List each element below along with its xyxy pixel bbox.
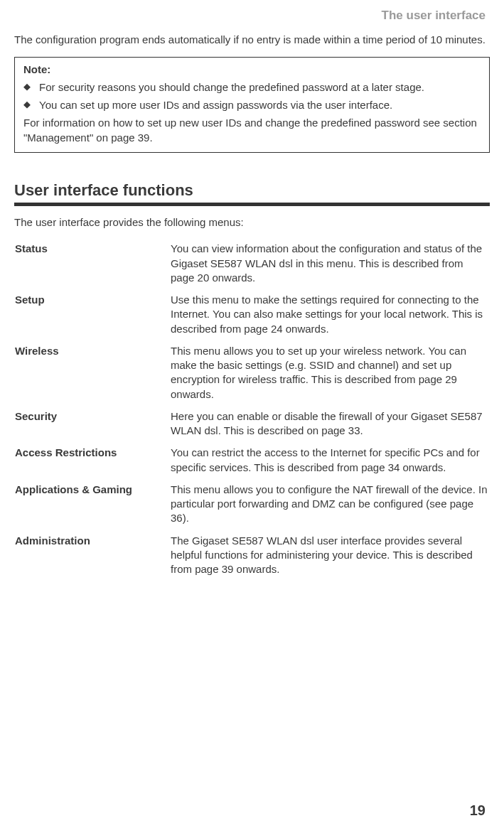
menu-description: Use this menu to make the settings requi…: [170, 292, 490, 343]
note-footer-text: For information on how to set up new use…: [23, 115, 481, 145]
section-intro-text: The user interface provides the followin…: [14, 216, 490, 228]
note-bullet-text: You can set up more user IDs and assign …: [39, 97, 392, 112]
menu-term: Status: [14, 241, 170, 292]
menu-row: Wireless This menu allows you to set up …: [14, 343, 490, 409]
diamond-bullet-icon: ◆: [23, 97, 39, 111]
menu-row: Applications & Gaming This menu allows y…: [14, 482, 490, 533]
menu-description: You can restrict the access to the Inter…: [170, 445, 490, 482]
menu-row: Setup Use this menu to make the settings…: [14, 292, 490, 343]
menu-term: Applications & Gaming: [14, 482, 170, 533]
diamond-bullet-icon: ◆: [23, 80, 39, 93]
menu-description: This menu allows you to configure the NA…: [170, 482, 490, 533]
section-rule: [14, 203, 490, 206]
note-bullet-item: ◆ For security reasons you should change…: [23, 80, 481, 95]
menu-description: The Gigaset SE587 WLAN dsl user interfac…: [170, 533, 490, 584]
page-header-title: The user interface: [14, 9, 486, 23]
menu-description: This menu allows you to set up your wire…: [170, 343, 490, 409]
menu-term: Wireless: [14, 343, 170, 409]
menu-row: Access Restrictions You can restrict the…: [14, 445, 490, 482]
note-box: Note: ◆ For security reasons you should …: [14, 57, 490, 153]
note-bullet-item: ◆ You can set up more user IDs and assig…: [23, 97, 481, 112]
menu-term: Setup: [14, 292, 170, 343]
menu-row: Security Here you can enable or disable …: [14, 409, 490, 446]
note-bullet-list: ◆ For security reasons you should change…: [23, 80, 481, 112]
page-number: 19: [470, 802, 486, 819]
menu-description: You can view information about the confi…: [170, 241, 490, 292]
note-title: Note:: [23, 63, 481, 75]
menu-term: Access Restrictions: [14, 445, 170, 482]
menu-term: Security: [14, 409, 170, 446]
menu-description: Here you can enable or disable the firew…: [170, 409, 490, 446]
menu-term: Administration: [14, 533, 170, 584]
menu-row: Administration The Gigaset SE587 WLAN ds…: [14, 533, 490, 584]
note-bullet-text: For security reasons you should change t…: [39, 80, 424, 95]
menu-definitions-table: Status You can view information about th…: [14, 241, 490, 584]
document-page: The user interface The configuration pro…: [0, 0, 504, 833]
intro-paragraph: The configuration program ends automatic…: [14, 33, 490, 47]
section-heading: User interface functions: [14, 181, 490, 200]
menu-row: Status You can view information about th…: [14, 241, 490, 292]
